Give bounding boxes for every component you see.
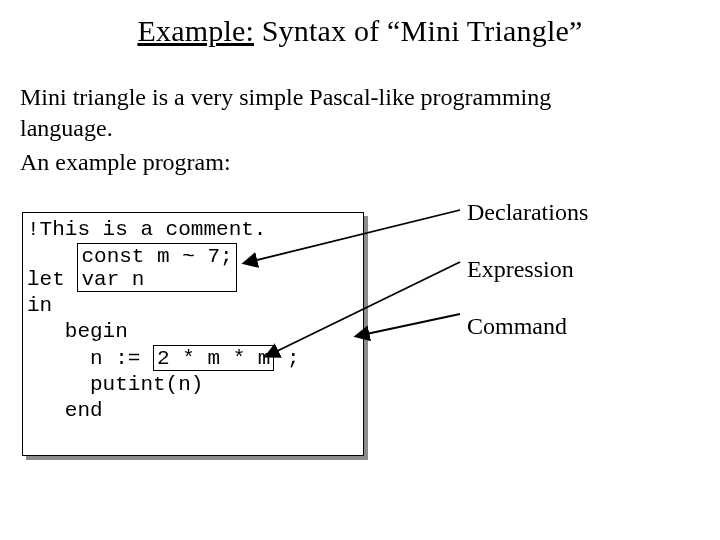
label-expression: Expression [467, 255, 588, 284]
svg-line-3 [357, 314, 460, 336]
expression-box: 2 * m * m [153, 345, 274, 371]
code-line-4: in [27, 293, 357, 319]
intro-line2: language. [20, 115, 113, 141]
code-line-7: putint(n) [27, 372, 357, 398]
intro-line1: Mini triangle is a very simple Pascal-li… [20, 84, 551, 110]
intro-subline: An example program: [20, 149, 700, 176]
slide-title: Example: Syntax of “Mini Triangle” [0, 14, 720, 48]
labels-column: Declarations Expression Command [467, 198, 588, 368]
diagram-stage: !This is a comment. let const m ~ 7;var … [22, 212, 702, 492]
title-underlined: Example: [137, 14, 254, 47]
code-line-5: begin [27, 319, 357, 345]
label-declarations: Declarations [467, 198, 588, 227]
code-line-6: n := 2 * m * m ; [27, 345, 357, 372]
code-line-2: let const m ~ 7;var n [27, 243, 357, 293]
title-rest: Syntax of “Mini Triangle” [254, 14, 583, 47]
code-line-8: end [27, 398, 357, 424]
intro-text: Mini triangle is a very simple Pascal-li… [20, 82, 700, 143]
declarations-box: const m ~ 7;var n [77, 243, 236, 292]
label-command: Command [467, 312, 588, 341]
code-box: !This is a comment. let const m ~ 7;var … [22, 212, 364, 456]
code-line-1: !This is a comment. [27, 217, 357, 243]
